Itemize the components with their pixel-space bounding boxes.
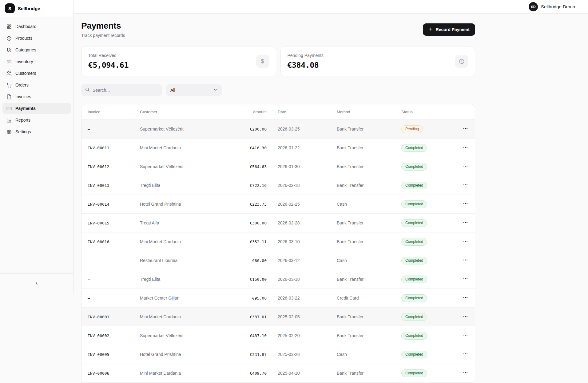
sidebar-item-label: Invoices (15, 94, 31, 99)
file-invoice-icon (6, 94, 12, 99)
stat-value: €5,094.61 (88, 61, 129, 70)
user-menu[interactable]: SD Sellbridge Demo (529, 2, 575, 11)
row-actions-button[interactable] (462, 275, 469, 284)
main-area: SD Sellbridge Demo Payments Track paymen… (74, 0, 588, 383)
search-input[interactable] (93, 88, 158, 93)
table-header: Invoice Customer Amount Date Method Stat… (81, 104, 475, 120)
amount-cell: €337.01 (249, 315, 267, 319)
method-cell: Bank Transfer (337, 333, 401, 338)
stat-label: Pending Payments (288, 53, 324, 58)
payments-page: Payments Track payment records Record Pa… (74, 14, 483, 383)
avatar: SD (529, 2, 538, 11)
sidebar-item-reports[interactable]: Reports (2, 115, 71, 126)
row-actions-button[interactable] (462, 369, 469, 377)
filter-row: All (81, 84, 475, 96)
record-payment-button[interactable]: Record Payment (423, 23, 475, 36)
method-cell: Bank Transfer (337, 164, 401, 169)
date-cell: 2026-03-12 (267, 258, 337, 263)
date-cell: 2025-03-28 (267, 352, 337, 357)
chevron-down-icon (213, 87, 218, 93)
date-cell: 2026-02-18 (267, 183, 337, 188)
row-actions-button[interactable] (462, 162, 469, 171)
sidebar-item-label: Categories (15, 47, 36, 52)
table-row[interactable]: INV-00016 Mini Market Dardania €352.11 2… (81, 232, 475, 251)
sidebar-item-categories[interactable]: Categories (2, 44, 71, 55)
table-row[interactable]: – Restaurant Liburnia €80.00 2026-03-12 … (81, 251, 475, 270)
table-row[interactable]: – Tregti Elita €150.00 2026-03-18 Bank T… (81, 270, 475, 289)
stat-card-total-received: Total Received €5,094.61 $ (81, 46, 276, 76)
invoice-cell: – (88, 127, 140, 131)
amount-cell: €487.10 (249, 333, 267, 338)
method-cell: Bank Transfer (337, 371, 401, 376)
customer-cell: Supermarket Vëllezërit (140, 127, 249, 131)
row-actions-button[interactable] (462, 181, 469, 190)
sidebar-item-settings[interactable]: Settings (2, 126, 71, 137)
sidebar-item-label: Customers (15, 71, 36, 76)
table-row[interactable]: INV-00005 Hotel Grand Prishtina €231.87 … (81, 345, 475, 364)
ellipsis-icon (463, 315, 468, 320)
customer-cell: Tregti Elita (140, 277, 249, 282)
table-row[interactable]: INV-00002 Supermarket Vëllezërit €487.10… (81, 326, 475, 345)
status-badge: Pending (401, 125, 423, 133)
stat-label: Total Received (88, 53, 129, 58)
sidebar-item-orders[interactable]: Orders (2, 79, 71, 91)
sidebar-item-customers[interactable]: Customers (2, 68, 71, 79)
sidebar-item-dashboard[interactable]: Dashboard (2, 21, 71, 32)
row-actions-button[interactable] (462, 219, 469, 227)
status-badge: Completed (401, 276, 427, 283)
method-cell: Bank Transfer (337, 127, 401, 131)
column-header-status: Status (401, 110, 447, 114)
date-cell: 2025-04-10 (267, 371, 337, 376)
row-actions-button[interactable] (462, 294, 469, 302)
amount-cell: €409.70 (249, 371, 267, 376)
status-filter-select[interactable]: All (166, 84, 222, 96)
sidebar-item-payments[interactable]: Payments (2, 103, 71, 114)
table-row[interactable]: INV-00015 Tregti Alfa €300.00 2026-02-28… (81, 214, 475, 232)
amount-cell: €80.00 (249, 258, 267, 263)
sidebar-item-inventory[interactable]: Inventory (2, 56, 71, 67)
status-badge: Completed (401, 369, 427, 377)
status-badge: Completed (401, 163, 427, 171)
table-row[interactable]: INV-00001 Mini Market Dardania €337.01 2… (81, 308, 475, 326)
table-row[interactable]: INV-00006 Mini Market Dardania €409.70 2… (81, 364, 475, 383)
row-actions-button[interactable] (462, 125, 469, 133)
sidebar-collapse-button[interactable] (32, 278, 42, 289)
amount-cell: €300.00 (249, 221, 267, 225)
ellipsis-icon (463, 353, 468, 357)
sidebar-nav: Dashboard Products Categories Inventory … (0, 17, 74, 273)
table-row[interactable]: – Market Center Gjilan €95.00 2026-03-22… (81, 289, 475, 308)
date-cell: 2025-02-05 (267, 314, 337, 319)
table-row[interactable]: – Supermarket Vëllezërit €200.00 2026-03… (81, 120, 475, 139)
amount-cell: €722.16 (249, 183, 267, 188)
column-header-amount: Amount (249, 110, 267, 114)
method-cell: Cash (337, 202, 401, 207)
invoice-cell: – (88, 277, 140, 282)
date-cell: 2026-02-28 (267, 220, 337, 225)
amount-cell: €150.00 (249, 277, 267, 282)
plus-icon (428, 27, 433, 32)
table-row[interactable]: INV-00013 Tregti Elita €722.16 2026-02-1… (81, 176, 475, 195)
row-actions-button[interactable] (462, 200, 469, 208)
sidebar-item-label: Orders (15, 83, 29, 87)
sidebar-item-invoices[interactable]: Invoices (2, 91, 71, 102)
clock-icon (455, 55, 468, 68)
status-badge: Completed (401, 294, 427, 302)
table-row[interactable]: INV-00012 Supermarket Vëllezërit €564.63… (81, 157, 475, 176)
sidebar-footer (0, 273, 74, 293)
customer-cell: Hotel Grand Prishtina (140, 352, 249, 357)
row-actions-button[interactable] (462, 312, 469, 321)
column-header-invoice: Invoice (88, 110, 140, 114)
invoice-cell: INV-00014 (88, 202, 140, 207)
row-actions-button[interactable] (462, 256, 469, 265)
row-actions-button[interactable] (462, 350, 469, 359)
table-row[interactable]: INV-00011 Mini Market Dardania €416.30 2… (81, 139, 475, 157)
sidebar-item-products[interactable]: Products (2, 33, 71, 44)
dollar-glyph: $ (261, 58, 264, 65)
row-actions-button[interactable] (462, 143, 469, 152)
row-actions-button[interactable] (462, 331, 469, 340)
table-row[interactable]: INV-00014 Hotel Grand Prishtina €223.73 … (81, 195, 475, 214)
customer-cell: Supermarket Vëllezërit (140, 333, 249, 338)
row-actions-button[interactable] (462, 237, 469, 246)
amount-cell: €200.00 (249, 127, 267, 131)
method-cell: Bank Transfer (337, 239, 401, 244)
